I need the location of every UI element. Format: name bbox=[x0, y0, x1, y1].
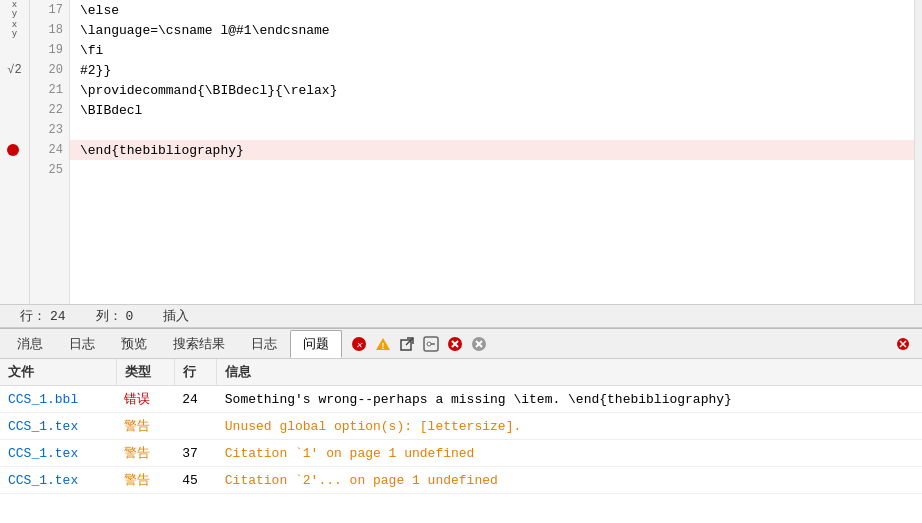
toolbar-error-circle[interactable]: ✕ bbox=[348, 333, 370, 355]
row2-row bbox=[174, 413, 217, 440]
col-label: 列： bbox=[96, 307, 122, 325]
cross3-icon bbox=[471, 336, 487, 352]
code-line-18[interactable]: \language=\csname l@#1\endcsname bbox=[70, 20, 914, 40]
row1-file[interactable]: CCS_1.bbl bbox=[0, 386, 116, 413]
tab-search-label: 搜索结果 bbox=[173, 335, 225, 353]
code-line-23[interactable] bbox=[70, 120, 914, 140]
code-line-22[interactable]: \BIBdecl bbox=[70, 100, 914, 120]
table-body: CCS_1.bbl 错误 24 Something's wrong--perha… bbox=[0, 386, 922, 494]
toolbar-settings1[interactable] bbox=[420, 333, 442, 355]
tab-preview-label: 预览 bbox=[121, 335, 147, 353]
tab-messages[interactable]: 消息 bbox=[4, 330, 56, 358]
toolbar-warning-triangle[interactable]: ! bbox=[372, 333, 394, 355]
warning-triangle-icon: ! bbox=[375, 336, 391, 352]
issues-data-table: 文件 类型 行 信息 CCS_1.bbl 错误 24 Something's w… bbox=[0, 359, 922, 494]
error-circle-icon: ✕ bbox=[351, 336, 367, 352]
tab-preview[interactable]: 预览 bbox=[108, 330, 160, 358]
tab-log2[interactable]: 日志 bbox=[238, 330, 290, 358]
gutter-row-21 bbox=[0, 80, 29, 100]
cross2-icon bbox=[447, 336, 463, 352]
toolbar-cross3[interactable] bbox=[468, 333, 490, 355]
bottom-panel: 消息 日志 预览 搜索结果 日志 问题 ✕ bbox=[0, 328, 922, 523]
gutter-row-17: xy bbox=[0, 0, 29, 20]
row1-file-link[interactable]: CCS_1.bbl bbox=[8, 392, 78, 407]
close-icon bbox=[896, 337, 910, 351]
table-row[interactable]: CCS_1.tex 警告 45 Citation `2'... on page … bbox=[0, 467, 922, 494]
issues-table[interactable]: 文件 类型 行 信息 CCS_1.bbl 错误 24 Something's w… bbox=[0, 359, 922, 523]
tab-issues[interactable]: 问题 bbox=[290, 330, 342, 358]
toolbar-box-arrow[interactable] bbox=[396, 333, 418, 355]
code-lines[interactable]: \else \language=\csname l@#1\endcsname \… bbox=[70, 0, 914, 304]
row4-msg-text: Citation `2'... on page 1 undefined bbox=[225, 473, 498, 488]
code-line-17[interactable]: \else bbox=[70, 0, 914, 20]
line-num-19: 19 bbox=[30, 40, 69, 60]
row-label: 行： bbox=[20, 307, 46, 325]
tab-bar: 消息 日志 预览 搜索结果 日志 问题 ✕ bbox=[0, 329, 922, 359]
row2-file-link[interactable]: CCS_1.tex bbox=[8, 419, 78, 434]
line-num-22: 22 bbox=[30, 100, 69, 120]
xy-icon-18: xy bbox=[12, 21, 17, 39]
row2-type: 警告 bbox=[116, 413, 174, 440]
tab-issues-label: 问题 bbox=[303, 335, 329, 353]
line-num-25: 25 bbox=[30, 160, 69, 180]
svg-text:!: ! bbox=[380, 342, 385, 352]
row-value: 24 bbox=[50, 309, 66, 324]
tab-bar-inner: 消息 日志 预览 搜索结果 日志 问题 ✕ bbox=[4, 330, 892, 358]
scroll-bar[interactable] bbox=[914, 0, 922, 304]
gutter-icons: xy xy √2 bbox=[0, 0, 30, 304]
row4-type-badge: 警告 bbox=[124, 473, 150, 488]
line-num-17: 17 bbox=[30, 0, 69, 20]
row1-type-badge: 错误 bbox=[124, 392, 150, 407]
col-header-file: 文件 bbox=[0, 359, 116, 386]
col-header-type: 类型 bbox=[116, 359, 174, 386]
row3-file-link[interactable]: CCS_1.tex bbox=[8, 446, 78, 461]
status-row: 行： 24 bbox=[20, 307, 66, 325]
code-line-21[interactable]: \providecommand{\BIBdecl}{\relax} bbox=[70, 80, 914, 100]
gutter-row-20: √2 bbox=[0, 60, 29, 80]
row1-type: 错误 bbox=[116, 386, 174, 413]
table-row[interactable]: CCS_1.tex 警告 Unused global option(s): [l… bbox=[0, 413, 922, 440]
line-num-18: 18 bbox=[30, 20, 69, 40]
status-bar: 行： 24 列： 0 插入 bbox=[0, 304, 922, 328]
code-line-19[interactable]: \fi bbox=[70, 40, 914, 60]
gutter-row-24 bbox=[0, 140, 29, 160]
row3-type-badge: 警告 bbox=[124, 446, 150, 461]
table-row[interactable]: CCS_1.bbl 错误 24 Something's wrong--perha… bbox=[0, 386, 922, 413]
line-num-21: 21 bbox=[30, 80, 69, 100]
svg-point-8 bbox=[427, 342, 431, 346]
row2-type-badge: 警告 bbox=[124, 419, 150, 434]
mode-label: 插入 bbox=[163, 307, 189, 325]
tab-messages-label: 消息 bbox=[17, 335, 43, 353]
code-line-20[interactable]: #2}} bbox=[70, 60, 914, 80]
row4-file[interactable]: CCS_1.tex bbox=[0, 467, 116, 494]
row4-message: Citation `2'... on page 1 undefined bbox=[217, 467, 922, 494]
row3-file[interactable]: CCS_1.tex bbox=[0, 440, 116, 467]
row3-row: 37 bbox=[174, 440, 217, 467]
col-value: 0 bbox=[126, 309, 134, 324]
code-line-24[interactable]: \end{thebibliography} bbox=[70, 140, 914, 160]
sqrt-icon-20: √2 bbox=[7, 63, 21, 77]
tab-search[interactable]: 搜索结果 bbox=[160, 330, 238, 358]
code-line-25[interactable] bbox=[70, 160, 914, 180]
tab-log2-label: 日志 bbox=[251, 335, 277, 353]
row2-file[interactable]: CCS_1.tex bbox=[0, 413, 116, 440]
table-row[interactable]: CCS_1.tex 警告 37 Citation `1' on page 1 u… bbox=[0, 440, 922, 467]
toolbar-cross2[interactable] bbox=[444, 333, 466, 355]
row3-message: Citation `1' on page 1 undefined bbox=[217, 440, 922, 467]
panel-close-button[interactable] bbox=[892, 333, 914, 355]
gutter-row-18: xy bbox=[0, 20, 29, 40]
status-mode: 插入 bbox=[163, 307, 189, 325]
table-header: 文件 类型 行 信息 bbox=[0, 359, 922, 386]
tab-log[interactable]: 日志 bbox=[56, 330, 108, 358]
row2-message: Unused global option(s): [lettersize]. bbox=[217, 413, 922, 440]
row1-row: 24 bbox=[174, 386, 217, 413]
gutter-row-25 bbox=[0, 160, 29, 180]
xy-icon-17: xy bbox=[12, 1, 17, 19]
tab-toolbar: ✕ ! bbox=[348, 333, 490, 355]
box-arrow-icon bbox=[399, 336, 415, 352]
col-header-row: 行 bbox=[174, 359, 217, 386]
gutter-row-19 bbox=[0, 40, 29, 60]
row4-file-link[interactable]: CCS_1.tex bbox=[8, 473, 78, 488]
tab-log-label: 日志 bbox=[69, 335, 95, 353]
svg-line-5 bbox=[406, 338, 413, 345]
